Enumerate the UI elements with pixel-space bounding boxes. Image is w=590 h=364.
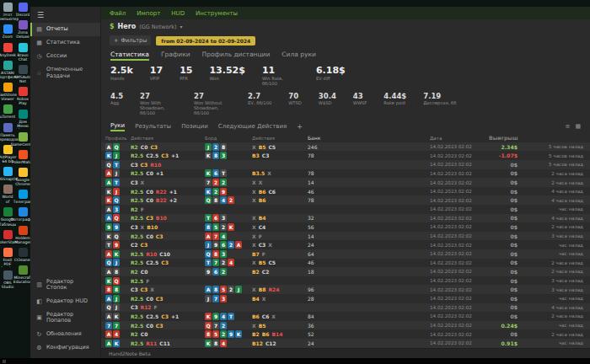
sidebar-item[interactable]: ↻Обновления xyxy=(30,328,100,341)
tab[interactable]: Следующие Действия xyxy=(218,123,287,131)
tab[interactable]: Результаты xyxy=(135,123,171,131)
sidebar-item[interactable]: ▦Статистика xyxy=(30,36,100,50)
table-row[interactable]: 99C3XB10852KXC45614.02.2023 02:020$2 час… xyxy=(101,222,590,232)
desktop-icon[interactable]: Телеграм xyxy=(16,190,30,204)
table-row[interactable]: KJR2.5C2.5C3+1K83B3C37814.02.2023 02:02-… xyxy=(101,151,590,160)
column-header[interactable]: Действия xyxy=(252,136,308,141)
sidebar-item[interactable]: ▣Редактор Попапов xyxy=(30,308,100,328)
desktop-icon[interactable]: CCleaner xyxy=(16,248,30,262)
date-filter-badge[interactable]: from 02-09-2024 to 02-09-2024 xyxy=(156,36,255,46)
grid-view-icon[interactable]: ▦ xyxy=(575,123,581,130)
desktop-icon[interactable]: FastStone Viewer xyxy=(1,83,15,101)
table-row[interactable]: A8R2C0962B2C21814.02.2023 02:020$2 часа … xyxy=(101,267,590,276)
sidebar-item[interactable]: ◧Редактор HUD xyxy=(30,295,100,308)
column-header[interactable]: Действия xyxy=(131,136,205,141)
hole-card: A xyxy=(105,330,112,338)
tab[interactable]: Статистика xyxy=(110,51,149,61)
table-row[interactable]: A3R2F14.02.2023 02:020$час назад xyxy=(101,205,590,214)
desktop-icon[interactable]: Bravo Chat xyxy=(16,43,30,62)
desktop-icon[interactable]: Holdem Manager xyxy=(16,226,30,244)
hole-card: K xyxy=(113,340,120,347)
table-row[interactable]: AKR2.5C2.5C3+1K94TB6C6X8414.02.2023 02:0… xyxy=(101,312,590,321)
hamburger-menu-icon[interactable]: ☰ xyxy=(30,7,100,23)
table-row[interactable]: AQR2C0C3J28XB5C524614.02.2023 02:022.34$… xyxy=(101,142,590,152)
desktop-icon[interactable]: Zoom xyxy=(1,24,15,39)
desktop-icon[interactable]: Дом Меню Viewer xyxy=(16,110,30,129)
action-token: R2.5 xyxy=(131,215,143,221)
desktop-icon[interactable]: Foxit PDF Reader xyxy=(1,248,15,267)
desktop-column: Этот компьютерZoomAnyDeskASTARI Портфель… xyxy=(0,3,15,364)
desktop-icon[interactable]: Память переводов xyxy=(1,123,15,142)
board-card: 2 xyxy=(228,196,234,204)
desktop-icon[interactable]: ASTARI Портфель xyxy=(1,61,15,79)
table-row[interactable]: KJR2.5C0R22+1K29XB6C64614.02.2023 02:020… xyxy=(101,187,590,196)
table-row[interactable]: AKR2.5R11C11K84B12C122414.02.2023 02:020… xyxy=(101,339,590,348)
list-view-icon[interactable]: ≡ xyxy=(566,123,571,130)
tab[interactable]: Графики xyxy=(161,51,190,61)
hand-result: 0$ xyxy=(489,242,523,248)
table-row[interactable]: KQR2.5F14.02.2023 02:020$3 часа назад xyxy=(101,276,590,286)
menu-item[interactable]: Файл xyxy=(110,10,126,17)
table-row[interactable]: A4R2C08529KB2B6B145214.02.2023 02:020$2 … xyxy=(101,329,590,339)
table-row[interactable]: QJC3R12F14.02.2023 02:020$4 часа назад xyxy=(101,303,590,313)
tab[interactable]: Профиль дистанции xyxy=(202,51,271,61)
taskbar[interactable] xyxy=(0,358,590,364)
menu-item[interactable]: Импорт xyxy=(137,10,160,17)
action-token: C2.5 xyxy=(146,260,158,265)
table-row[interactable]: 88C3C3XA852JXB8R249614.02.2023 02:020$3 … xyxy=(101,285,590,294)
table-row[interactable]: KQR2.5C0B22+2Q842XB67814.02.2023 02:020$… xyxy=(101,195,590,205)
hand-result: -1.07$ xyxy=(489,153,523,158)
desktop-icon[interactable]: GameCenter xyxy=(16,132,30,147)
desktop-icon[interactable]: Discord xyxy=(16,3,30,17)
desktop-icon[interactable]: Robox Play xyxy=(16,87,30,105)
desktop-icon[interactable]: Этот компьютер xyxy=(1,3,15,21)
sidebar-item[interactable]: ◷Сессии xyxy=(30,50,100,63)
desktop-icon[interactable]: AnyDesk xyxy=(1,43,15,57)
column-header[interactable]: Профиль xyxy=(105,136,131,141)
add-tab-button[interactable]: + xyxy=(297,123,303,131)
desktop-icon[interactable]: PokerMatch xyxy=(16,150,30,164)
table-row[interactable]: AJR2.5C0C3J73B4X2814.02.2023 02:020$час … xyxy=(101,294,590,303)
desktop-icon[interactable]: PokerStars xyxy=(1,230,15,244)
sidebar-item[interactable]: ▥Редактор Стопок xyxy=(30,276,100,295)
column-header[interactable]: Выигрыш xyxy=(489,135,523,141)
sidebar-item[interactable]: ▤Отчеты xyxy=(30,23,100,36)
desktop-icon[interactable]: Zona Deluxe xyxy=(16,20,30,39)
menu-item[interactable]: Инструменты xyxy=(196,10,238,17)
tab[interactable]: Позиции xyxy=(181,123,208,131)
sidebar-item[interactable]: ☆Отмеченные Раздачи xyxy=(30,63,100,83)
filters-button[interactable]: + Фильтры xyxy=(110,35,151,46)
desktop-icon[interactable]: Фотографии xyxy=(16,207,30,222)
stat-value: 27 xyxy=(194,92,231,100)
table-row[interactable]: KQR2.5C0C3A74XF1414.02.2023 02:020$3 час… xyxy=(101,232,590,241)
board-card: 4 xyxy=(220,196,227,204)
tab[interactable]: Руки xyxy=(110,122,125,131)
table-row[interactable]: T9C2C3J962AXC3X2414.02.2023 02:020$час н… xyxy=(101,240,590,249)
table-row[interactable]: AKR2.5R10C10Q83B7F6414.02.2023 02:020$ча… xyxy=(101,249,590,259)
sidebar-item[interactable]: ⚙Конфигурация xyxy=(30,341,100,355)
table-row[interactable]: AQR2.5C3B10T63XB43214.02.2023 02:020$4 ч… xyxy=(101,214,590,223)
column-header[interactable]: Дата xyxy=(430,136,489,141)
board-card: 7 xyxy=(212,259,219,266)
desktop-icon[interactable]: KMSAuto Net xyxy=(16,65,30,83)
table-row[interactable]: QTC3C3R1014.02.2023 02:020$5 часов назад xyxy=(101,160,590,169)
desktop-icon[interactable]: GGSnapOK xyxy=(1,167,15,181)
desktop-icon[interactable]: Google Chrome xyxy=(16,168,30,186)
table-row[interactable]: ATC3X722XX1414.02.2023 02:020$2 часа наз… xyxy=(101,178,590,187)
tab[interactable]: Сила руки xyxy=(282,51,316,61)
hand-time-ago: 2 часа назад xyxy=(523,313,583,318)
start-button[interactable] xyxy=(3,360,6,363)
action-token: C3 xyxy=(161,313,169,319)
hand-date: 14.02.2023 02:02 xyxy=(430,216,489,221)
table-row[interactable]: QJR2.5C2.5C3T724XB5C54614.02.2023 02:020… xyxy=(101,259,590,268)
column-header[interactable]: Борд xyxy=(205,136,252,141)
menu-item[interactable]: HUD xyxy=(171,10,185,17)
hand-time-ago: час назад xyxy=(523,296,583,301)
desktop-icon[interactable]: uTorrent xyxy=(1,104,15,119)
desktop-icon[interactable]: Minecraft Education xyxy=(16,265,30,284)
chevron-down-icon[interactable]: ▾ xyxy=(180,24,183,29)
table-row[interactable]: 77R2.5C0C3Q72XB53614.02.2023 02:020.24$ч… xyxy=(101,321,590,330)
table-row[interactable]: AJR2.5C0+1K6TB3.5X7814.02.2023 02:020$2 … xyxy=(101,169,590,179)
column-header[interactable]: Банк xyxy=(308,135,330,141)
player-name[interactable]: Hero xyxy=(118,23,137,30)
